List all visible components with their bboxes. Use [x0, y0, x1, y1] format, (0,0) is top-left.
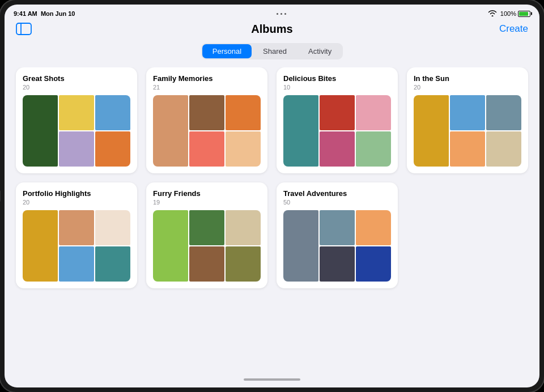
thumb [95, 246, 130, 282]
album-count: 50 [283, 199, 391, 206]
thumb [23, 210, 58, 282]
thumb [189, 246, 224, 282]
dot2 [280, 13, 282, 15]
thumb [153, 95, 188, 167]
album-travel-adventures[interactable]: Travel Adventures 50 [277, 182, 398, 288]
battery-fill [519, 12, 528, 16]
battery-icon [518, 11, 530, 17]
thumb [486, 131, 521, 167]
album-title: Delicious Bites [283, 74, 391, 83]
tab-personal[interactable]: Personal [202, 44, 252, 58]
album-count: 20 [23, 199, 130, 206]
album-thumb-grid [153, 210, 261, 282]
battery-container: 100% [500, 10, 530, 17]
thumb [59, 95, 94, 130]
album-great-shots[interactable]: Great Shots 20 [16, 67, 137, 173]
dot1 [277, 13, 278, 15]
create-button[interactable]: Create [499, 23, 528, 35]
thumb [23, 95, 58, 167]
album-thumb-grid [23, 210, 130, 282]
album-count: 10 [283, 84, 391, 91]
thumb [95, 95, 130, 130]
thumb [95, 131, 130, 167]
thumb [320, 131, 355, 167]
thumb [356, 246, 391, 282]
album-count: 20 [23, 84, 130, 91]
album-portfolio-highlights[interactable]: Portfolio Highlights 20 [16, 182, 137, 288]
thumb [59, 246, 94, 282]
thumb [189, 210, 224, 245]
home-indicator[interactable] [244, 378, 300, 381]
screen: 9:41 AM Mon Jun 10 100% [5, 5, 539, 387]
tab-shared[interactable]: Shared [253, 44, 297, 58]
tab-activity[interactable]: Activity [298, 44, 342, 58]
nav-bar: Albums Create [5, 20, 539, 40]
album-delicious-bites[interactable]: Delicious Bites 10 [277, 67, 398, 173]
svg-rect-0 [16, 23, 31, 35]
album-thumb-grid [283, 210, 391, 282]
thumb [226, 131, 261, 167]
thumb [153, 210, 188, 282]
segmented-bar: Personal Shared Activity [5, 43, 539, 59]
albums-container: Great Shots 20 Family Memories 21 [5, 67, 539, 387]
thumb [226, 246, 261, 282]
album-title: Travel Adventures [283, 189, 391, 198]
thumb [283, 210, 318, 282]
thumb [320, 246, 355, 282]
album-title: In the Sun [414, 74, 521, 83]
thumb [189, 95, 224, 130]
thumb [414, 95, 449, 167]
thumb [356, 210, 391, 245]
status-right: 100% [488, 10, 530, 18]
page-title: Albums [251, 23, 292, 36]
albums-grid: Great Shots 20 Family Memories 21 [16, 67, 528, 288]
status-time-date: 9:41 AM Mon Jun 10 [14, 10, 75, 17]
album-furry-friends[interactable]: Furry Friends 19 [146, 182, 267, 288]
ipad-frame: 9:41 AM Mon Jun 10 100% [0, 0, 544, 392]
album-count: 21 [153, 84, 261, 91]
status-center-dots [277, 13, 286, 15]
wifi-icon [488, 10, 497, 18]
album-title: Great Shots [23, 74, 130, 83]
thumb [356, 95, 391, 130]
album-thumb-grid [414, 95, 521, 167]
album-title: Furry Friends [153, 189, 261, 198]
thumb [59, 210, 94, 245]
thumb [450, 95, 485, 130]
thumb [189, 131, 224, 167]
album-in-the-sun[interactable]: In the Sun 20 [407, 67, 528, 173]
tab-group: Personal Shared Activity [201, 43, 343, 59]
album-count: 20 [414, 84, 521, 91]
album-thumb-grid [153, 95, 261, 167]
thumb [320, 210, 355, 245]
album-title: Portfolio Highlights [23, 189, 130, 198]
album-thumb-grid [23, 95, 130, 167]
thumb [320, 95, 355, 130]
thumb [283, 95, 318, 167]
album-thumb-grid [283, 95, 391, 167]
thumb [450, 131, 485, 167]
album-count: 19 [153, 199, 261, 206]
album-family-memories[interactable]: Family Memories 21 [146, 67, 267, 173]
thumb [95, 210, 130, 245]
thumb [356, 131, 391, 167]
dot3 [284, 13, 286, 15]
battery-percent: 100% [500, 10, 516, 17]
thumb [226, 210, 261, 245]
status-bar: 9:41 AM Mon Jun 10 100% [5, 5, 539, 20]
thumb [486, 95, 521, 130]
sidebar-toggle-button[interactable] [16, 23, 32, 35]
side-indicator[interactable] [0, 190, 1, 202]
album-title: Family Memories [153, 74, 261, 83]
thumb [226, 95, 261, 130]
thumb [59, 131, 94, 167]
